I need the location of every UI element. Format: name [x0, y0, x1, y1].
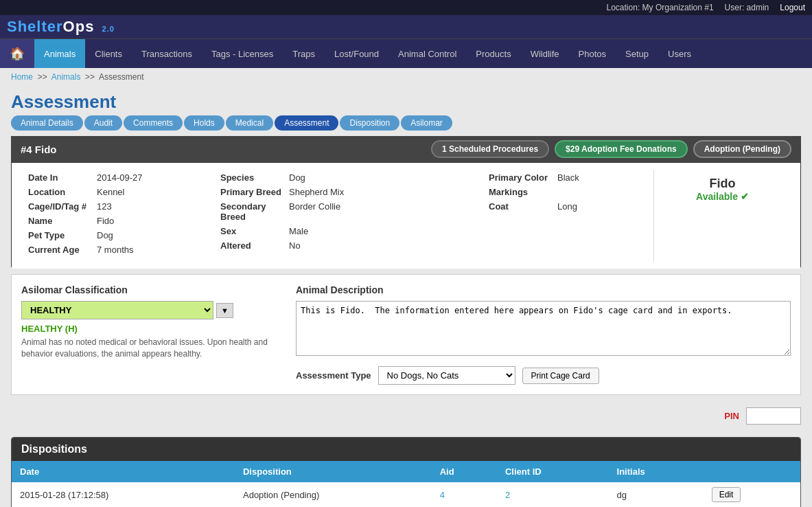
cage-label: Cage/ID/Tag #: [28, 201, 97, 212]
assessment-type-label: Assessment Type: [296, 370, 371, 381]
page-title: Assessment: [0, 86, 812, 115]
form-area: Asilomar Classification HEALTHY TREATABL…: [11, 274, 801, 395]
nav-item-clients[interactable]: Clients: [85, 39, 132, 68]
detail-col-right: Primary Color Black Markings Coat Long: [482, 170, 653, 262]
col-disposition: Disposition: [235, 461, 432, 482]
nav-item-lostfound[interactable]: Lost/Found: [325, 39, 388, 68]
current-age-value: 7 months: [97, 245, 133, 255]
col-client-id: Client ID: [497, 461, 609, 482]
pet-type-value: Dog: [97, 230, 113, 240]
user-text: User: admin: [725, 3, 769, 12]
pin-label: PIN: [724, 411, 739, 421]
species-label: Species: [220, 172, 289, 183]
nav-item-animal-control[interactable]: Animal Control: [388, 39, 466, 68]
tab-assessment[interactable]: Assessment: [275, 115, 338, 131]
logout-link[interactable]: Logout: [780, 3, 805, 12]
secondary-breed-value: Border Collie: [289, 201, 340, 222]
primary-breed-label: Primary Breed: [220, 187, 289, 197]
location-value: Kennel: [97, 187, 124, 197]
altered-value: No: [289, 240, 301, 251]
row1-client-id: 2: [497, 482, 609, 507]
available-badge: Available ✔: [665, 191, 780, 202]
row1-initials: dg: [609, 482, 704, 507]
content-area: Home >> Animals >> Assessment Assessment…: [0, 68, 812, 507]
pin-row: PIN: [0, 401, 812, 431]
animal-status-col: Fido Available ✔: [653, 170, 791, 262]
dispositions-header: Dispositions: [12, 438, 800, 461]
col-aid: Aid: [432, 461, 497, 482]
row1-disposition: Adoption (Pending): [235, 482, 432, 507]
table-row: 2015-01-28 (17:12:58) Adoption (Pending)…: [12, 482, 800, 507]
tab-audit[interactable]: Audit: [84, 115, 122, 131]
nav-item-animals[interactable]: Animals: [34, 39, 85, 68]
dispositions-section: Dispositions Date Disposition Aid Client…: [11, 437, 801, 507]
row1-aid: 4: [432, 482, 497, 507]
nav-item-tags-licenses[interactable]: Tags - Licenses: [202, 39, 283, 68]
nav-item-photos[interactable]: Photos: [569, 39, 616, 68]
asilomar-badge-text: HEALTHY (H): [21, 324, 282, 334]
sex-label: Sex: [220, 226, 289, 236]
tab-disposition[interactable]: Disposition: [340, 115, 399, 131]
nav-item-users[interactable]: Users: [658, 39, 701, 68]
row1-actions: Edit: [704, 482, 800, 507]
nav-home-button[interactable]: 🏠: [0, 39, 34, 68]
nav-item-wildlife[interactable]: Wildlife: [521, 39, 569, 68]
dispositions-tbody: 2015-01-28 (17:12:58) Adoption (Pending)…: [12, 482, 800, 507]
description-textarea[interactable]: This is Fido. The information entered he…: [296, 301, 791, 356]
asilomar-dropdown-btn[interactable]: ▼: [216, 303, 233, 318]
nav-item-setup[interactable]: Setup: [616, 39, 658, 68]
animal-name-large: Fido: [665, 177, 780, 191]
nav-item-traps[interactable]: Traps: [283, 39, 325, 68]
print-cage-card-button[interactable]: Print Cage Card: [522, 368, 599, 384]
coat-label: Coat: [489, 201, 557, 212]
tab-medical[interactable]: Medical: [226, 115, 273, 131]
name-label: Name: [28, 216, 97, 226]
markings-label: Markings: [489, 187, 557, 197]
location-text: Location: My Organization #1: [607, 3, 714, 12]
tab-holds[interactable]: Holds: [184, 115, 224, 131]
badge-donations[interactable]: $29 Adoption Fee Donations: [555, 140, 688, 158]
animal-details-body: Date In 2014-09-27 Location Kennel Cage/…: [12, 163, 800, 269]
asilomar-section: Asilomar Classification HEALTHY TREATABL…: [21, 284, 282, 385]
asilomar-title: Asilomar Classification: [21, 284, 282, 295]
form-area-inner: Asilomar Classification HEALTHY TREATABL…: [21, 284, 791, 385]
tab-asilomar[interactable]: Asilomar: [401, 115, 452, 131]
detail-col-left: Date In 2014-09-27 Location Kennel Cage/…: [21, 170, 213, 262]
current-age-label: Current Age: [28, 245, 97, 255]
animal-id-label: #4 Fido: [21, 144, 57, 155]
nav-item-products[interactable]: Products: [466, 39, 520, 68]
top-bar: Location: My Organization #1 User: admin…: [0, 0, 812, 15]
assessment-type-row: Assessment Type No Dogs, No Cats Dogs OK…: [296, 366, 791, 385]
date-in-label: Date In: [28, 172, 97, 183]
detail-col-middle: Species Dog Primary Breed Shepherd Mix S…: [213, 170, 482, 262]
tab-animal-details[interactable]: Animal Details: [11, 115, 83, 131]
dispositions-table: Date Disposition Aid Client ID Initials …: [12, 461, 800, 507]
breadcrumb-home[interactable]: Home: [11, 72, 33, 82]
row1-edit-button[interactable]: Edit: [712, 487, 741, 502]
badge-procedures[interactable]: 1 Scheduled Procedures: [431, 140, 549, 158]
asilomar-select[interactable]: HEALTHY TREATABLE - REHABILITABLE TREATA…: [21, 301, 213, 319]
breadcrumb-current: Assessment: [99, 72, 143, 82]
asilomar-select-row: HEALTHY TREATABLE - REHABILITABLE TREATA…: [21, 301, 282, 319]
pin-input[interactable]: [746, 407, 801, 425]
primary-color-label: Primary Color: [489, 172, 557, 183]
col-date: Date: [12, 461, 235, 482]
secondary-breed-label: Secondary Breed: [220, 201, 289, 222]
row1-date: 2015-01-28 (17:12:58): [12, 482, 235, 507]
tab-comments[interactable]: Comments: [124, 115, 183, 131]
logo-bar: ShelterOps 2.0: [0, 15, 812, 38]
location-label: Location: [28, 187, 97, 197]
cage-value: 123: [97, 201, 112, 212]
date-in-value: 2014-09-27: [97, 172, 143, 183]
logo-version: 2.0: [102, 25, 115, 33]
nav-bar: 🏠 Animals Clients Transactions Tags - Li…: [0, 38, 812, 68]
badge-adoption[interactable]: Adoption (Pending): [693, 140, 791, 158]
breadcrumb-animals[interactable]: Animals: [51, 72, 81, 82]
animal-card: #4 Fido 1 Scheduled Procedures $29 Adopt…: [11, 136, 801, 269]
primary-breed-value: Shepherd Mix: [289, 187, 344, 197]
breadcrumb: Home >> Animals >> Assessment: [0, 68, 812, 86]
logo: ShelterOps 2.0: [7, 18, 115, 36]
animal-card-header: #4 Fido 1 Scheduled Procedures $29 Adopt…: [11, 136, 801, 162]
assessment-type-select[interactable]: No Dogs, No Cats Dogs OK Cats OK Dogs an…: [378, 366, 515, 385]
nav-item-transactions[interactable]: Transactions: [132, 39, 202, 68]
